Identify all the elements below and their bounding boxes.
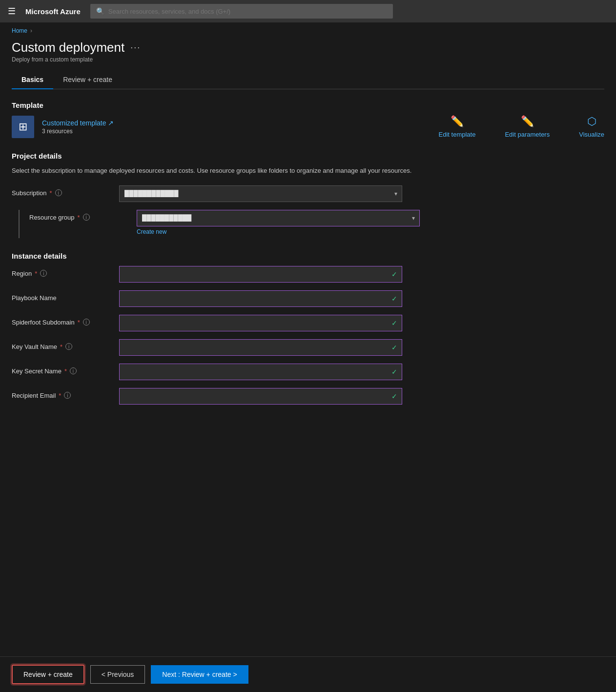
resource-group-required: * xyxy=(78,214,80,221)
key-vault-required: * xyxy=(60,343,62,350)
spiderfoot-subdomain-input[interactable]: ████████ xyxy=(119,315,402,331)
review-create-button[interactable]: Review + create xyxy=(12,665,84,684)
top-nav: ☰ Microsoft Azure 🔍 xyxy=(0,0,616,22)
tab-basics[interactable]: Basics xyxy=(12,71,53,89)
project-details-section: Project details Select the subscription … xyxy=(12,152,604,238)
subscription-input-wrap: ████████████ ▾ xyxy=(119,185,402,202)
tabs: Basics Review + create xyxy=(12,71,604,89)
key-secret-name-input[interactable]: AS-Incident-Spiderfoot-Scan-API-Key xyxy=(119,364,402,380)
recipient-email-field: Recipient Email * i ████████████████████… xyxy=(12,388,604,405)
spiderfoot-required: * xyxy=(78,319,80,326)
key-vault-check-icon: ✓ xyxy=(391,344,397,351)
page-title: Custom deployment xyxy=(12,40,124,55)
key-vault-input-container: AS-Playbook-Integrations ✓ xyxy=(119,339,402,356)
recipient-email-check-icon: ✓ xyxy=(391,392,397,400)
key-secret-name-field: Key Secret Name * i AS-Incident-Spiderfo… xyxy=(12,364,604,380)
resource-group-label: Resource group * i xyxy=(29,210,127,221)
spiderfoot-input-wrap: ████████ ✓ xyxy=(119,315,402,331)
region-field: Region * i ██████████ ✓ xyxy=(12,266,604,283)
resource-group-indent xyxy=(19,210,20,238)
template-info: Customized template ↗ 3 resources xyxy=(42,119,114,135)
subscription-required: * xyxy=(50,189,52,197)
resource-group-inner: Resource group * i ███████████ ▾ Create … xyxy=(29,210,604,235)
template-card: ⊞ Customized template ↗ 3 resources ✏️ E… xyxy=(12,115,604,138)
visualize-icon: ⬡ xyxy=(587,115,596,128)
tab-review-create[interactable]: Review + create xyxy=(53,71,122,89)
region-input-wrap: ██████████ ✓ xyxy=(119,266,402,283)
key-secret-input-container: AS-Incident-Spiderfoot-Scan-API-Key ✓ xyxy=(119,364,402,380)
key-secret-input-wrap: AS-Incident-Spiderfoot-Scan-API-Key ✓ xyxy=(119,364,402,380)
region-label: Region * i xyxy=(12,266,109,277)
resource-group-info-icon[interactable]: i xyxy=(83,214,90,221)
playbook-name-input[interactable]: AS-Incident-Spiderfoot-Scan xyxy=(119,290,402,307)
template-icon: ⊞ xyxy=(12,116,34,138)
page-subtitle: Deploy from a custom template xyxy=(12,56,604,63)
subscription-info-icon[interactable]: i xyxy=(55,189,62,196)
brand-name: Microsoft Azure xyxy=(25,7,81,16)
recipient-email-input-container: ████████████████████ ✓ xyxy=(119,388,402,405)
create-new-link[interactable]: Create new xyxy=(137,228,420,235)
hamburger-icon[interactable]: ☰ xyxy=(8,6,16,17)
subscription-select[interactable]: ████████████ xyxy=(119,185,402,202)
key-vault-name-label: Key Vault Name * i xyxy=(12,339,109,350)
region-input-container: ██████████ ✓ xyxy=(119,266,402,283)
playbook-name-label: Playbook Name xyxy=(12,290,109,302)
region-info-icon[interactable]: i xyxy=(40,270,47,277)
breadcrumb: Home › xyxy=(0,22,616,37)
subscription-field: Subscription * i ████████████ ▾ xyxy=(12,185,604,202)
region-required: * xyxy=(35,270,37,277)
spiderfoot-subdomain-field: Spiderfoot Subdomain * i ████████ ✓ xyxy=(12,315,604,331)
more-options-icon[interactable]: ··· xyxy=(130,42,141,53)
template-name-link[interactable]: Customized template ↗ xyxy=(42,119,114,127)
edit-parameters-button[interactable]: ✏️ Edit parameters xyxy=(505,115,550,138)
search-bar[interactable]: 🔍 xyxy=(90,4,393,19)
instance-details-title: Instance details xyxy=(12,252,604,260)
playbook-name-field: Playbook Name AS-Incident-Spiderfoot-Sca… xyxy=(12,290,604,307)
page-header: Custom deployment ··· Deploy from a cust… xyxy=(0,37,616,71)
search-icon: 🔍 xyxy=(96,7,104,15)
bottom-bar: Review + create < Previous Next : Review… xyxy=(0,656,616,692)
bottom-spacer xyxy=(12,416,604,465)
region-input[interactable]: ██████████ xyxy=(119,266,402,283)
edit-parameters-icon: ✏️ xyxy=(521,115,534,128)
instance-details-section: Instance details Region * i ██████████ ✓… xyxy=(12,252,604,405)
resource-group-row: Resource group * i ███████████ ▾ Create … xyxy=(12,210,604,238)
key-vault-name-field: Key Vault Name * i AS-Playbook-Integrati… xyxy=(12,339,604,356)
template-resources: 3 resources xyxy=(42,128,114,135)
visualize-label: Visualize xyxy=(579,131,604,138)
breadcrumb-separator: › xyxy=(30,27,32,34)
project-details-desc: Select the subscription to manage deploy… xyxy=(12,166,604,176)
edit-template-label: Edit template xyxy=(439,131,476,138)
next-button[interactable]: Next : Review + create > xyxy=(151,665,248,684)
subscription-label: Subscription * i xyxy=(12,185,109,197)
spiderfoot-check-icon: ✓ xyxy=(391,319,397,327)
playbook-name-input-wrap: AS-Incident-Spiderfoot-Scan ✓ xyxy=(119,290,402,307)
visualize-button[interactable]: ⬡ Visualize xyxy=(579,115,604,138)
playbook-name-check-icon: ✓ xyxy=(391,295,397,303)
region-check-icon: ✓ xyxy=(391,270,397,278)
edit-template-icon: ✏️ xyxy=(451,115,464,128)
template-section: Template ⊞ Customized template ↗ 3 resou… xyxy=(12,101,604,138)
main-content: Basics Review + create Template ⊞ Custom… xyxy=(0,71,616,465)
key-secret-info-icon[interactable]: i xyxy=(70,367,77,374)
playbook-name-input-container: AS-Incident-Spiderfoot-Scan ✓ xyxy=(119,290,402,307)
edit-template-button[interactable]: ✏️ Edit template xyxy=(439,115,476,138)
resource-group-input-wrap: ███████████ ▾ Create new xyxy=(137,210,420,235)
spiderfoot-subdomain-label: Spiderfoot Subdomain * i xyxy=(12,315,109,326)
search-input[interactable] xyxy=(108,8,387,15)
recipient-email-info-icon[interactable]: i xyxy=(64,392,71,399)
template-section-title: Template xyxy=(12,101,604,109)
previous-button[interactable]: < Previous xyxy=(90,665,145,684)
key-vault-info-icon[interactable]: i xyxy=(65,343,72,350)
resource-group-select-wrap: ███████████ ▾ xyxy=(137,210,420,226)
recipient-email-input[interactable]: ████████████████████ xyxy=(119,388,402,405)
edit-parameters-label: Edit parameters xyxy=(505,131,550,138)
recipient-email-required: * xyxy=(59,392,61,399)
key-vault-name-input[interactable]: AS-Playbook-Integrations xyxy=(119,339,402,356)
spiderfoot-info-icon[interactable]: i xyxy=(83,319,90,326)
key-secret-required: * xyxy=(64,367,67,375)
breadcrumb-home[interactable]: Home xyxy=(12,27,27,34)
project-details-title: Project details xyxy=(12,152,604,160)
resource-group-select[interactable]: ███████████ xyxy=(137,210,420,226)
key-secret-check-icon: ✓ xyxy=(391,368,397,376)
